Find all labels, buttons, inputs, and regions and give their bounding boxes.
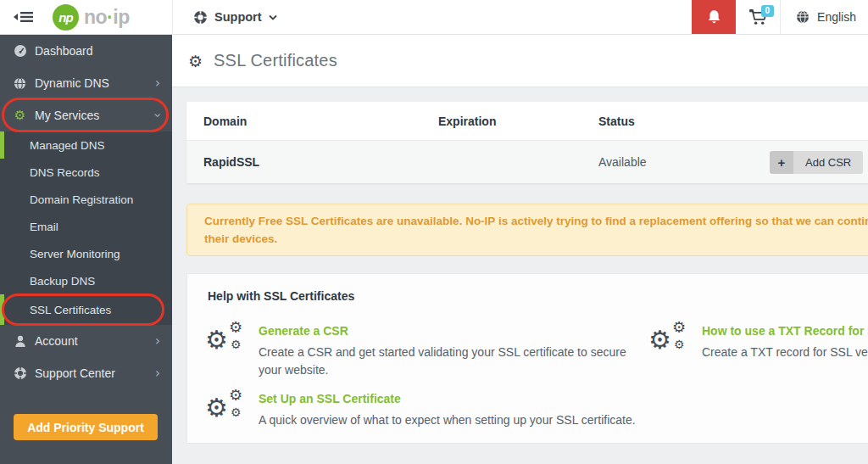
sidebar-item-dynamic-dns[interactable]: Dynamic DNS › bbox=[0, 67, 172, 99]
page-main: Domain Expiration Status RapidSSL Availa… bbox=[172, 87, 868, 464]
chevron-down-icon: › bbox=[150, 113, 165, 118]
language-label: English bbox=[817, 10, 856, 24]
add-csr-button[interactable]: + Add CSR bbox=[770, 151, 863, 174]
gears-icon: ⚙⚙⚙ bbox=[208, 391, 247, 428]
warning-banner-text: Currently Free SSL Certificates are unav… bbox=[204, 212, 868, 230]
topbar: np no·ip Support 0 bbox=[0, 0, 868, 35]
noip-logo-wordmark: no·ip bbox=[84, 6, 130, 29]
add-priority-support-button[interactable]: Add Priority Support bbox=[14, 414, 158, 440]
cart-button[interactable]: 0 bbox=[736, 0, 780, 34]
certificates-table: Domain Expiration Status RapidSSL Availa… bbox=[186, 102, 868, 183]
help-grid: ⚙⚙⚙ Generate a CSR Create a CSR and get … bbox=[208, 323, 868, 429]
sidebar-item-ssl-certificates[interactable]: SSL Certificates bbox=[0, 294, 172, 325]
table-row: RapidSSL Available + Add CSR bbox=[186, 141, 868, 183]
bell-icon bbox=[707, 9, 721, 25]
txt-record-link[interactable]: How to use a TXT Record for SSL bbox=[702, 324, 868, 338]
chevron-right-icon: › bbox=[155, 366, 160, 381]
chevron-right-icon: › bbox=[155, 333, 160, 349]
help-section-title: Help with SSL Certificates bbox=[208, 289, 868, 303]
help-section: Help with SSL Certificates ⚙⚙⚙ Generate … bbox=[186, 273, 868, 444]
plus-icon: + bbox=[770, 151, 793, 174]
setup-ssl-link[interactable]: Set Up an SSL Certificate bbox=[259, 392, 401, 405]
language-selector[interactable]: English bbox=[780, 0, 868, 34]
page-header: ⚙ SSL Certificates bbox=[172, 35, 868, 87]
table-header-row: Domain Expiration Status bbox=[186, 102, 868, 141]
topbar-spacer bbox=[299, 0, 693, 34]
help-item-txt-record: ⚙⚙⚙ How to use a TXT Record for SSL Crea… bbox=[651, 323, 868, 379]
sidebar-item-managed-dns[interactable]: Managed DNS bbox=[0, 131, 172, 159]
my-services-submenu: Managed DNS DNS Records Domain Registrat… bbox=[0, 131, 172, 325]
sidebar-item-support-center[interactable]: Support Center › bbox=[0, 357, 172, 389]
notifications-button[interactable] bbox=[692, 0, 736, 34]
generate-csr-link[interactable]: Generate a CSR bbox=[259, 324, 348, 338]
support-label: Support bbox=[214, 10, 262, 24]
sidebar-item-dns-records[interactable]: DNS Records bbox=[0, 159, 172, 186]
column-header-expiration: Expiration bbox=[421, 115, 581, 128]
topbar-brand-area: np no·ip bbox=[0, 0, 172, 34]
warning-banner-text: their devices. bbox=[204, 230, 868, 248]
dashboard-gauge-icon bbox=[13, 44, 27, 58]
gear-icon: ⚙ bbox=[13, 108, 27, 123]
sidebar-item-my-services[interactable]: ⚙ My Services › bbox=[0, 99, 172, 131]
sidebar-item-dashboard[interactable]: Dashboard bbox=[0, 35, 172, 67]
sidebar-item-backup-dns[interactable]: Backup DNS bbox=[0, 267, 172, 294]
life-ring-icon bbox=[13, 366, 27, 380]
noip-logo-mark-icon: np bbox=[53, 4, 79, 31]
person-icon bbox=[13, 335, 27, 348]
life-ring-icon bbox=[193, 10, 208, 25]
sidebar-item-account[interactable]: Account › bbox=[0, 325, 172, 357]
sidebar-item-email[interactable]: Email bbox=[0, 213, 172, 240]
help-item-setup-ssl: ⚙⚙⚙ Set Up an SSL Certificate A quick ov… bbox=[208, 391, 651, 429]
globe-icon bbox=[13, 77, 27, 90]
gears-icon: ⚙⚙⚙ bbox=[208, 323, 247, 361]
help-item-generate-csr: ⚙⚙⚙ Generate a CSR Create a CSR and get … bbox=[208, 323, 651, 379]
cell-domain: RapidSSL bbox=[186, 155, 421, 169]
gears-icon: ⚙⚙⚙ bbox=[651, 323, 690, 361]
sidebar-item-server-monitoring[interactable]: Server Monitoring bbox=[0, 240, 172, 267]
cart-count-badge: 0 bbox=[761, 5, 775, 17]
cell-actions: + Add CSR bbox=[753, 151, 868, 174]
sidebar: Dashboard Dynamic DNS › ⚙ My Services › … bbox=[0, 35, 172, 464]
column-header-status: Status bbox=[581, 115, 753, 128]
gear-icon: ⚙ bbox=[188, 52, 203, 70]
sidebar-item-domain-registration[interactable]: Domain Registration bbox=[0, 186, 172, 213]
noip-logo[interactable]: np no·ip bbox=[53, 4, 130, 31]
help-item-description: A quick overview of what to expect when … bbox=[259, 411, 636, 429]
cell-status: Available bbox=[581, 155, 753, 169]
chevron-right-icon: › bbox=[155, 75, 160, 91]
support-menu[interactable]: Support bbox=[172, 0, 299, 34]
help-item-description: Create a CSR and get started validating … bbox=[259, 344, 626, 379]
globe-icon bbox=[796, 10, 810, 24]
collapse-sidebar-icon[interactable] bbox=[14, 10, 34, 24]
page-title: SSL Certificates bbox=[214, 51, 337, 70]
help-item-description: Create a TXT record for SSL verification… bbox=[702, 344, 868, 361]
warning-banner: Currently Free SSL Certificates are unav… bbox=[186, 204, 868, 256]
chevron-down-icon bbox=[269, 14, 277, 20]
column-header-domain: Domain bbox=[186, 115, 421, 128]
